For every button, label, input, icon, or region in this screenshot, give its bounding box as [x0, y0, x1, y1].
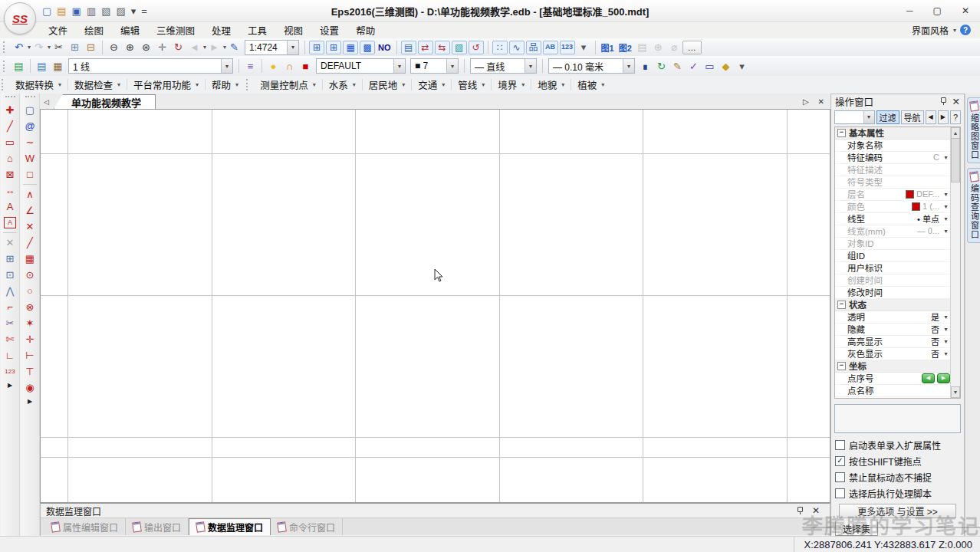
symbol-style-combo[interactable]: DEFAULT▾ [316, 58, 406, 74]
linewidth-combo[interactable]: — 0.10 毫米▾ [548, 58, 635, 74]
bottom-tab-输出窗口[interactable]: 输出窗口 [126, 518, 189, 535]
chevron-down-icon[interactable]: ▾ [287, 41, 298, 54]
menu-编辑[interactable]: 编辑 [112, 21, 148, 39]
toolbar3-overflow-icon[interactable]: ▾ [734, 59, 750, 74]
code-table-icon[interactable]: ▤ [11, 59, 27, 74]
vertex-add-icon[interactable]: ∧ [21, 186, 38, 202]
template-doc-icon[interactable]: ▢ [21, 102, 38, 118]
annotation-table-icon[interactable]: ▤ [401, 41, 416, 54]
property-grid-scrollbar[interactable]: ▲ ▼ [950, 127, 960, 398]
vertex-delete-icon[interactable]: ✕ [21, 219, 38, 235]
offset-tool-icon[interactable]: ⌐ [2, 299, 18, 315]
property-row[interactable]: 对象ID [835, 238, 951, 250]
document-tab[interactable]: 单功能视频教学 [54, 94, 156, 109]
at-annotation-icon[interactable]: @ [21, 118, 38, 134]
redo-icon[interactable]: ↷ [31, 40, 47, 54]
menu-文件[interactable]: 文件 [40, 21, 76, 39]
menu-交通[interactable]: 交通▾ [412, 76, 451, 94]
property-row[interactable]: 隐藏否▾ [835, 324, 951, 336]
toolbar-grip[interactable] [25, 96, 35, 100]
property-value[interactable]: 1 (...▾ [912, 202, 951, 211]
chevron-down-icon[interactable]: ▾ [863, 111, 874, 123]
close-icon[interactable]: ✕ [812, 505, 820, 516]
menu-数据检查[interactable]: 数据检查▾ [68, 76, 127, 94]
chevron-down-icon[interactable]: ▾ [525, 59, 536, 73]
toolbox-overflow-icon[interactable]: ▶ [28, 398, 32, 405]
print-icon[interactable]: ▥ [87, 6, 96, 16]
tab-close-icon[interactable]: ✕ [818, 97, 824, 106]
property-value[interactable]: 否▾ [931, 335, 951, 347]
curve-tool-icon[interactable]: ∼ [21, 134, 38, 150]
property-value[interactable]: 否▾ [931, 323, 951, 335]
property-value[interactable]: C▾ [933, 153, 951, 162]
property-row[interactable]: 修改时间 [835, 287, 951, 299]
copy-object-icon[interactable]: ⊞ [2, 251, 18, 267]
save-file-icon[interactable]: ▣ [72, 6, 81, 16]
property-row[interactable]: 对象名称 [835, 140, 951, 152]
monitor-icon[interactable]: ▭ [702, 59, 718, 74]
property-value[interactable]: 288780... [915, 398, 951, 399]
property-value[interactable]: ◀▶ [922, 373, 951, 383]
map2-button[interactable]: 图2 [617, 41, 634, 54]
smooth-line-icon[interactable]: ∿ [509, 41, 525, 54]
property-group-坐标[interactable]: −坐标 [835, 360, 951, 373]
refresh-icon[interactable]: ↻ [653, 59, 669, 74]
checkbox-unchecked[interactable] [835, 488, 845, 498]
chevron-down-icon[interactable]: ▾ [942, 191, 950, 198]
point-tool-icon[interactable]: ✚ [2, 102, 18, 118]
line-tool-icon[interactable]: ╱ [2, 118, 18, 134]
menu-帮助[interactable]: 帮助▾ [206, 76, 245, 94]
code-search-combo[interactable]: ▾ [834, 110, 875, 124]
scroll-up-icon[interactable]: ▲ [951, 127, 960, 139]
flow-direction2-icon[interactable]: ⇆ [435, 41, 450, 54]
zoom-window-icon[interactable]: ⊛ [138, 40, 154, 54]
pin-icon[interactable] [941, 97, 946, 103]
chevron-down-icon[interactable]: ▾ [942, 350, 950, 357]
region-tool-icon[interactable]: ⊠ [2, 166, 18, 182]
menu-管线[interactable]: 管线▾ [452, 76, 491, 94]
chevron-down-icon[interactable]: ▾ [942, 228, 950, 235]
box3d-icon[interactable]: ◆ [718, 59, 734, 74]
menu-工具[interactable]: 工具 [239, 21, 275, 39]
chevron-down-icon[interactable]: ▾ [942, 154, 950, 161]
bottom-tab-数据监理窗口[interactable]: 数据监理窗口 [189, 518, 271, 535]
property-value[interactable]: • 单点▾ [917, 212, 951, 225]
chevron-down-icon[interactable]: ▾ [942, 215, 950, 222]
copy-icon[interactable]: ⊞ [67, 40, 83, 54]
menu-数据转换[interactable]: 数据转换▾ [9, 76, 67, 94]
chevron-down-icon[interactable]: ▾ [446, 59, 458, 73]
layers-stack-icon[interactable]: ≡ [242, 59, 258, 74]
menu-绘图[interactable]: 绘图 [76, 21, 112, 39]
rect-tool-icon[interactable]: ▭ [2, 134, 18, 150]
toolbar-grip[interactable] [2, 79, 6, 90]
prev-view-icon[interactable]: ◄ [186, 40, 202, 54]
new-file-icon[interactable]: ▢ [42, 6, 51, 16]
help-icon[interactable]: ? [960, 25, 971, 35]
circle-tool-icon[interactable]: ○ [21, 283, 38, 299]
circle-cross-icon[interactable]: ⊗ [21, 299, 38, 315]
menu-植被[interactable]: 植被▾ [571, 76, 610, 94]
dim-horizontal-icon[interactable]: ⊢ [21, 347, 38, 363]
grid-points-icon[interactable]: ▦ [21, 251, 38, 267]
tab-scroll-right-icon[interactable]: ▷ [803, 97, 809, 106]
menu-水系[interactable]: 水系▾ [323, 76, 362, 94]
property-row[interactable]: 灰色显示否▾ [835, 348, 951, 360]
property-value[interactable]: 否▾ [931, 347, 951, 360]
dimension-tool-icon[interactable]: ↔ [2, 182, 18, 199]
circle-center-icon[interactable]: ⊙ [21, 267, 38, 283]
erase-tool-icon[interactable]: ✕ [2, 235, 18, 251]
menu-帮助[interactable]: 帮助 [347, 21, 383, 39]
polygon-tool-icon[interactable]: ⌂ [2, 150, 18, 166]
pin-icon[interactable] [797, 507, 803, 512]
toolbar-grip[interactable] [5, 96, 15, 100]
property-row[interactable]: 符号类型 [835, 176, 951, 189]
property-row[interactable]: 线宽(mm)— 0...▾ [835, 225, 951, 238]
prev-point-button[interactable]: ◀ [922, 373, 935, 383]
collapse-icon[interactable]: − [837, 362, 846, 370]
scroll-down-icon[interactable]: ▼ [951, 386, 960, 398]
property-row[interactable]: 层名DEF...▾ [835, 189, 951, 201]
toolbox-overflow-icon[interactable]: ▶ [8, 382, 12, 389]
dashed-rect-tool-icon[interactable]: □ [21, 166, 38, 182]
flow-direction-icon[interactable]: ⇄ [418, 41, 433, 54]
grid-show-icon[interactable]: ▦ [343, 41, 358, 54]
